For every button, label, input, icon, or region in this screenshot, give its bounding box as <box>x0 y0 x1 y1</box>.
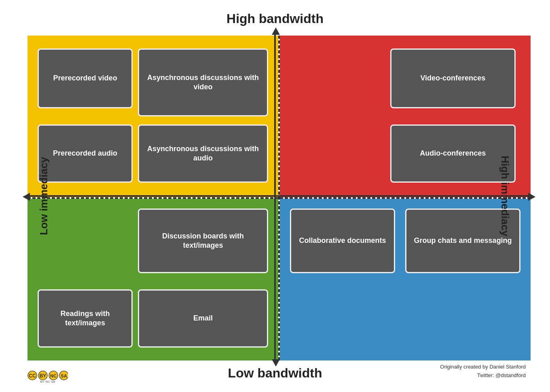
cc-badge: CC BY NC SA BY NC SA <box>28 368 68 383</box>
svg-text:CC: CC <box>29 373 36 379</box>
page-container: High bandwidth Low bandwidth Low immedia… <box>0 0 550 392</box>
card-prerecorded-audio: Prerecorded audio <box>38 124 133 183</box>
vertical-arrow <box>274 32 276 362</box>
footer-credit: Originally created by Daniel Stanford Tw… <box>440 363 526 380</box>
svg-text:BY  NC  SA: BY NC SA <box>40 380 55 383</box>
card-collaborative-docs: Collaborative documents <box>290 209 395 273</box>
label-bottom: Low bandwidth <box>228 366 322 381</box>
card-async-video: Asynchronous discussions with video <box>138 48 268 116</box>
svg-text:BY: BY <box>40 373 47 379</box>
card-readings: Readings with text/images <box>38 289 133 348</box>
card-discussion-boards: Discussion boards with text/images <box>138 209 268 273</box>
svg-text:SA: SA <box>61 373 67 378</box>
quadrant-top-left: Prerecorded video Asynchronous discussio… <box>28 36 278 197</box>
dashed-horizontal-divider <box>28 197 531 199</box>
quadrant-top-right: Video-conferences Audio-conferences <box>280 36 531 197</box>
quadrant-grid: Prerecorded video Asynchronous discussio… <box>28 36 531 360</box>
card-email: Email <box>138 289 268 348</box>
card-audioconferences: Audio-conferences <box>390 124 516 183</box>
quadrant-bottom-right: Collaborative documents Group chats and … <box>280 199 531 360</box>
horizontal-arrow <box>28 195 531 197</box>
quadrant-bottom-left: Discussion boards with text/images Readi… <box>28 199 278 360</box>
svg-text:NC: NC <box>50 373 57 378</box>
card-prerecorded-video: Prerecorded video <box>38 48 133 108</box>
credit-line2: Twitter: @dstandford <box>440 371 526 380</box>
card-async-audio: Asynchronous discussions with audio <box>138 124 268 183</box>
credit-line1: Originally created by Daniel Stanford <box>440 363 526 371</box>
card-videoconferences: Video-conferences <box>390 48 516 108</box>
label-top: High bandwidth <box>226 11 324 26</box>
